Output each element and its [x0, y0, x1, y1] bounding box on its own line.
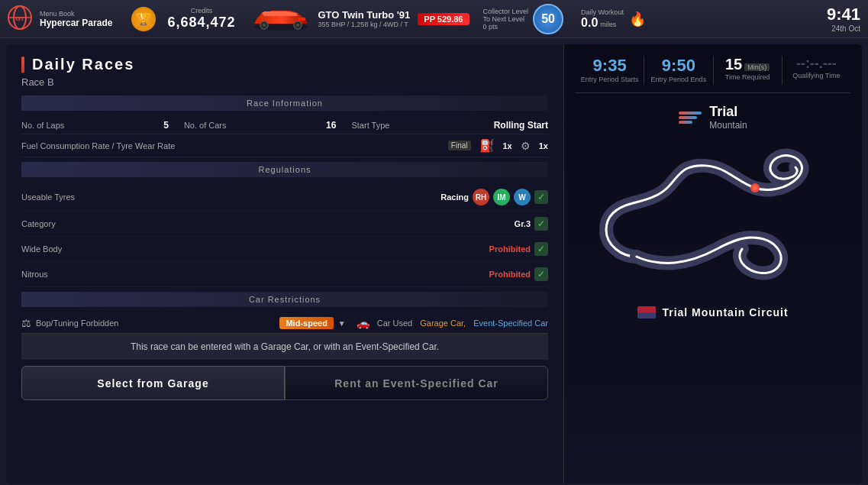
entry-starts-block: 9:35 Entry Period Starts: [576, 56, 644, 85]
clock-section: 9:41 24th Oct: [827, 5, 860, 33]
track-name-row: Trial Mountain Circuit: [637, 306, 788, 318]
car-image: [250, 5, 311, 33]
tyre-rh-badge: RH: [473, 189, 489, 205]
accent-bar: [21, 57, 24, 73]
track-logo: Trial Mountain: [679, 105, 747, 131]
times-row: 9:35 Entry Period Starts 9:50 Entry Peri…: [576, 56, 850, 93]
rent-event-car-button[interactable]: Rent an Event-Specified Car: [285, 366, 548, 400]
restrictions-row: ⚖ Bop/Tuning Forbidden Mid-speed ▼ 🚗 Car…: [21, 313, 548, 333]
trial-mountain-text: Trial Mountain: [709, 105, 747, 131]
tm-bars: [679, 112, 702, 124]
pp-badge: PP 529.86: [418, 13, 469, 25]
tyres-check-icon: ✓: [534, 190, 548, 204]
svg-rect-9: [298, 18, 305, 21]
car-section: GTO Twin Turbo '91 355 BHP / 1,258 kg / …: [250, 5, 410, 33]
flame-icon: 🔥: [627, 8, 648, 30]
us-flag-icon: [637, 306, 656, 318]
tyre-im-badge: IM: [493, 189, 510, 205]
nitrous-value: Prohibited ✓: [489, 267, 548, 281]
svg-point-8: [296, 23, 300, 27]
tm-bar-2: [679, 116, 697, 119]
collector-info: Collector Level To Next Level 0 pts: [483, 8, 529, 31]
regulations-header: Regulations: [21, 162, 548, 177]
menu-book: Menu Book Hypercar Parade: [40, 10, 112, 28]
qualifying-block: --:--.--- Qualifying Time: [782, 56, 850, 85]
collector-section: Collector Level To Next Level 0 pts 50: [483, 4, 564, 34]
entry-ends-block: 9:50 Entry Period Ends: [644, 56, 712, 85]
right-panel: 9:35 Entry Period Starts 9:50 Entry Peri…: [564, 44, 862, 483]
car-type-event: Event-Specified Car: [473, 318, 548, 328]
gt-logo: GT: [8, 5, 32, 33]
mid-speed-badge: Mid-speed: [279, 317, 333, 329]
daily-races-header: Daily Races: [21, 56, 548, 73]
tyre-w-badge: W: [514, 189, 531, 205]
time-required-block: 15 Min(s) Time Required: [713, 56, 782, 85]
select-from-garage-button[interactable]: Select from Garage: [21, 366, 285, 400]
car-small-icon: 🚗: [357, 317, 369, 329]
category-value: Gr.3 ✓: [515, 217, 548, 231]
tm-bar-1: [679, 112, 702, 115]
main-panel: Daily Races Race B Race Information No. …: [6, 44, 862, 483]
left-panel: Daily Races Race B Race Information No. …: [6, 44, 564, 483]
nitrous-check-icon: ✓: [534, 267, 548, 281]
fuel-row: Fuel Consumption Rate / Tyre Wear Rate F…: [21, 134, 548, 157]
credits-display: Credits 6,684,472: [167, 7, 235, 31]
car-specs: 355 BHP / 1,258 kg / 4WD / T: [318, 21, 410, 28]
wide-body-row: Wide Body Prohibited ✓: [21, 237, 548, 262]
wide-body-value: Prohibited ✓: [489, 242, 548, 256]
race-b-label: Race B: [21, 76, 548, 88]
track-map-svg: [591, 134, 835, 302]
chevron-down-icon: ▼: [338, 319, 346, 328]
credits-section: 🏆 Credits 6,684,472: [131, 7, 235, 31]
laps-row: No. of Laps 5 No. of Cars 16 Start Type …: [21, 117, 548, 134]
track-map: [591, 134, 835, 302]
daily-workout-section: Daily Workout 0.0 miles 🔥: [577, 8, 648, 30]
category-check-icon: ✓: [534, 217, 548, 231]
collector-badge: 50: [533, 4, 563, 34]
daily-workout-info: Daily Workout 0.0 miles: [581, 8, 624, 30]
car-type-garage: Garage Car,: [420, 318, 466, 328]
fuel-can-icon: ⛽: [479, 138, 495, 153]
tyres-row: Useable Tyres Racing RH IM W ✓: [21, 183, 548, 212]
action-buttons: Select from Garage Rent an Event-Specifi…: [21, 366, 548, 400]
tm-bar-3: [679, 121, 692, 124]
credits-icon: 🏆: [131, 7, 156, 31]
car-restrictions-header: Car Restrictions: [21, 292, 548, 307]
svg-point-6: [263, 23, 266, 27]
race-info-header: Race Information: [21, 95, 548, 111]
svg-text:GT: GT: [15, 15, 24, 22]
balance-icon: ⚖: [21, 317, 31, 329]
svg-point-10: [753, 186, 757, 190]
top-bar: GT Menu Book Hypercar Parade 🏆 Credits 6…: [0, 0, 868, 38]
tyres-value: Racing RH IM W ✓: [440, 189, 548, 205]
notice-bar: This race can be entered with a Garage C…: [21, 333, 548, 360]
tyre-icon: ⚙: [521, 140, 531, 152]
trial-mountain-logo: Trial Mountain: [679, 105, 747, 131]
wide-body-check-icon: ✓: [534, 242, 548, 256]
car-info: GTO Twin Turbo '91 355 BHP / 1,258 kg / …: [318, 9, 410, 28]
category-row: Category Gr.3 ✓: [21, 212, 548, 237]
nitrous-row: Nitrous Prohibited ✓: [21, 262, 548, 287]
